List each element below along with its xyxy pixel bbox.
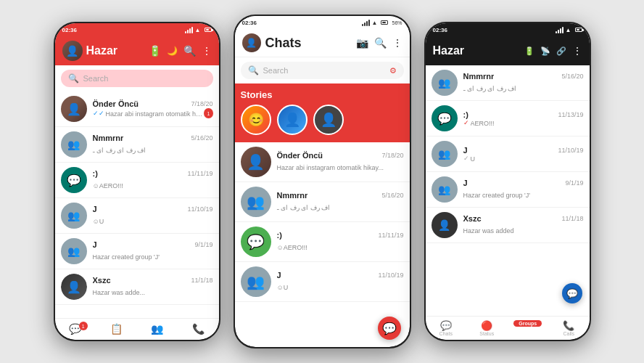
signal-icon [185,27,193,33]
phone2-header-left: 👤 Chats [242,33,302,52]
unread-badge: 1 [204,108,212,118]
do-not-disturb-icon[interactable]: 🌙 [167,46,178,56]
phone1-bottom-nav: 💬 1 📋 👥 📞 [55,318,219,340]
chat-info: J 9/1/19 Hazar created group 'J' [93,240,213,262]
phone1-status-icons: ▲ [185,27,212,33]
chat-preview: ☺U [277,284,289,291]
chat-item[interactable]: 👥 J 11/10/19 ✓ U [426,136,590,172]
chat-avatar: 👥 [241,266,271,297]
chat-avatar: 💬 [432,105,458,131]
phone-3: 02:36 ▲ Hazar � [424,22,591,341]
story-item[interactable]: 👤 [313,105,344,135]
wifi-icon: ▲ [195,27,201,33]
chat-preview: AERO!!! [471,120,495,127]
chat-avatar: 👤 [61,96,87,122]
nav-calls[interactable]: 📞 [178,322,219,337]
groups-nav-icon: 👥 [151,323,163,335]
nav-status[interactable]: 📋 [96,322,137,337]
phone1-status-bar: 02:36 ▲ [55,23,219,36]
tab-chats[interactable]: 💬 Chats [426,319,467,338]
broadcast-icon[interactable]: 📡 [540,46,550,56]
battery-icon [575,28,582,32]
chat-name: J [463,179,468,187]
tab-status[interactable]: 🔴 Status [466,319,508,338]
status-tab-icon: 🔴 [481,320,492,331]
chat-item[interactable]: 👥 Nmmrnr 5/16/20 اف رف ای رف ای ـ [235,182,410,222]
phone1-title: Hazar [86,44,118,57]
stories-list: 😊 👤 👤 [241,105,404,135]
tab-groups[interactable]: Groups [508,319,549,338]
chat-item[interactable]: 👥 J 9/1/19 Hazar created group 'J' [426,172,590,208]
link-icon[interactable]: 🔗 [556,46,566,56]
chat-item[interactable]: 👤 Önder Öncü 7/18/20 Hazar abi instagram… [235,142,410,182]
search-icon[interactable]: 🔍 [374,37,387,49]
chat-time: 11/13/19 [558,111,583,118]
phone3-status-icons: ▲ [556,27,582,33]
chat-name: :) [93,169,98,178]
nav-groups[interactable]: 👥 [137,322,178,337]
chat-item[interactable]: 👤 Xszc 11/1/18 Hazar was added [426,208,590,243]
chat-info: J 11/10/19 ✓ U [463,146,584,163]
tab-chats-label: Chats [439,331,453,336]
phone3-header: Hazar 🔋 📡 🔗 ⋮ [426,36,590,65]
chat-time: 11/11/19 [187,170,212,177]
chat-avatar: 👥 [432,141,458,167]
search-magnifier-icon: 🔍 [68,73,79,83]
chat-info: Nmmrnr 5/16/20 اف رف ای رف ای ـ [463,72,584,94]
chat-info: :) 11/13/19 ✓ AERO!!! [463,110,584,127]
chat-item[interactable]: 👤 Önder Öncü 7/18/20 ✓✓ Hazar abi instag… [55,91,219,127]
chat-item[interactable]: 💬 :) 11/13/19 ✓ AERO!!! [426,101,590,136]
phone1-time: 02:36 [62,27,77,33]
status-nav-icon: 📋 [110,323,123,335]
chat-name: Nmmrnr [93,134,124,142]
chat-item[interactable]: 💬 :) 11/11/19 ☺AERO!!! [235,222,410,262]
phone2-search-input[interactable]: Search [263,66,385,75]
chat-avatar: 💬 [61,167,87,193]
battery-icon[interactable]: 🔋 [524,46,534,56]
chat-item[interactable]: 👥 J 9/1/19 Hazar created group 'J' [55,234,219,269]
story-item[interactable]: 👤 [277,105,307,135]
phone-1: 02:36 ▲ 👤 Ha [54,22,220,341]
fab-button[interactable]: 💬 [378,317,401,340]
menu-icon[interactable]: ⋮ [572,45,582,57]
tab-calls-label: Calls [563,331,574,336]
search-magnifier-icon: 🔍 [248,65,259,76]
fab-chat-button[interactable]: 💬 [562,283,582,303]
chat-avatar: 👤 [61,274,87,300]
chat-item[interactable]: 👥 Nmmrnr 5/16/20 اف رف ای رف ای ـ [55,127,219,163]
phone1-header: 👤 Hazar 🔋 🌙 🔍 ⋮ [55,36,219,65]
chat-name: Xszc [93,276,111,285]
chat-info: J 9/1/19 Hazar created group 'J' [463,179,584,200]
chat-item[interactable]: 👥 Nmmrnr 5/16/20 اف رف ای رف ای ـ [426,65,590,101]
menu-icon[interactable]: ⋮ [392,37,402,49]
nav-chats[interactable]: 💬 1 [55,322,96,337]
tab-calls[interactable]: 📞 Calls [548,319,590,338]
phone1-search-bar[interactable]: 🔍 Search [61,70,213,87]
chat-item[interactable]: 👥 J 11/10/19 ☺U [235,262,410,302]
phone2-status-bar: 02:36 ▲ 56% [235,16,410,29]
menu-icon[interactable]: ⋮ [202,45,212,57]
phone2-search-bar[interactable]: 🔍 Search ⚙ [241,62,404,79]
chat-preview: Hazar abi instagram otomatik hikaye g [106,110,203,118]
phone1-search-input[interactable]: Search [83,74,206,83]
story-item[interactable]: 😊 [241,105,271,135]
chat-time: 9/1/19 [194,241,212,248]
chat-item[interactable]: 👥 J 11/10/19 ☺U [55,198,219,234]
camera-icon[interactable]: 📷 [356,37,368,49]
chat-info: :) 11/11/19 ☺AERO!!! [93,169,213,191]
battery-outline-icon[interactable]: 🔋 [149,45,161,57]
phone2-status-icons: ▲ 56% [362,20,402,26]
chat-info: Önder Öncü 7/18/20 ✓✓ Hazar abi instagra… [93,99,213,118]
chat-item[interactable]: 👤 Xszc 11/1/18 Hazar was adde... [55,269,219,305]
chat-info: Önder Öncü 7/18/20 Hazar abi instagram o… [277,151,404,173]
chat-preview: اف رف ای رف ای ـ [463,85,517,92]
chat-item[interactable]: 💬 :) 11/11/19 ☺AERO!!! [55,163,219,198]
settings-gear-icon[interactable]: ⚙ [389,66,397,76]
chat-name: Nmmrnr [277,191,308,200]
phone3-header-icons: 🔋 📡 🔗 ⋮ [524,45,582,57]
search-icon[interactable]: 🔍 [183,45,196,57]
chat-avatar: 👥 [61,131,87,158]
chat-time: 9/1/19 [565,179,583,187]
chat-preview: Hazar created group 'J' [463,192,530,199]
chats-tab-icon: 💬 [440,320,452,331]
